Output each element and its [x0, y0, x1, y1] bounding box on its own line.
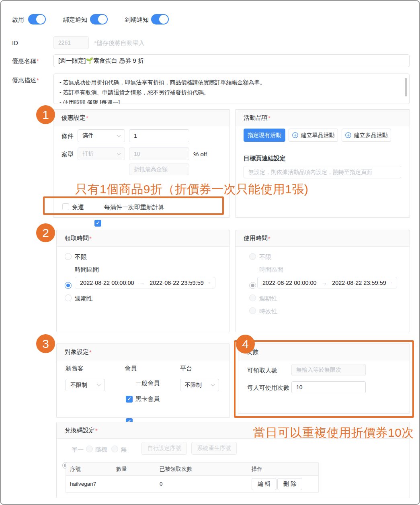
chevron-down-icon [97, 382, 101, 386]
recalc-checkbox[interactable] [94, 220, 101, 227]
table-row: hailvegan7 0 編 輯 刪 除 [66, 476, 318, 492]
newold-customer-select[interactable]: 不限制 [66, 379, 105, 391]
use-range-label: 時間區間 [259, 266, 283, 273]
condition-select-value: 滿件 [82, 132, 94, 139]
desc-line: - 使用時間 僅限 [每週一] [59, 98, 404, 104]
code-random-radio [86, 446, 93, 452]
claim-unlimited-label: 不限 [75, 254, 87, 261]
enable-label: 啟用 [12, 16, 24, 23]
create-multi-label: 建立多品活動 [354, 132, 388, 139]
bind-notify-toggle[interactable] [90, 14, 108, 25]
annotation-reuse-limit: 當日可以重複使用折價券10次 [222, 425, 414, 441]
arrow-right-icon: → [322, 280, 328, 286]
create-single-activity-button[interactable]: 建立單品活動 [289, 129, 338, 142]
arrow-right-icon: → [139, 280, 145, 286]
edit-label: 編 輯 [258, 480, 270, 488]
calendar-icon [391, 280, 392, 286]
use-unlimited-radio [249, 253, 256, 260]
tab-existing-label: 指定現有活動 [248, 132, 281, 139]
discount-settings-title: 優惠設定* [53, 110, 229, 126]
code-single-label: 單一 [72, 446, 84, 453]
required-mark: * [268, 235, 270, 242]
create-multi-activity-button[interactable]: 建立多品活動 [342, 129, 391, 142]
activity-items-panel: 活動品項* 指定現有活動 建立單品活動 建立多品活動 目標頁連結設定 無設定，則… [235, 109, 410, 218]
id-autofill-note: *儲存後將自動帶入 [94, 39, 145, 47]
expiry-notify-toggle[interactable] [151, 14, 169, 25]
coupon-desc-textarea[interactable]: - 若無成功使用折扣代碼，即無法享有折扣，商品價格請依實際訂單結帳金額為準。 -… [53, 74, 410, 104]
max-discount-input: 折抵最高金額 [129, 164, 189, 175]
claim-start-date: 2022-08-22 00:00:00 [80, 280, 134, 286]
enable-toggle[interactable] [28, 14, 46, 25]
claim-unlimited-radio[interactable] [65, 253, 72, 260]
tab-existing-activity[interactable]: 指定現有活動 [244, 129, 285, 142]
activity-items-title: 活動品項* [236, 110, 410, 126]
system-code-label: 系統產生序號 [197, 445, 231, 452]
use-time-panel: 使用時間* 不限 時間區間 2022-08-22 00:00:00 → 2022… [235, 230, 410, 332]
highlight-box-counts [234, 340, 414, 418]
bind-notify-label: 綁定通知 [63, 16, 87, 23]
newold-customer-label: 新舊客 [66, 365, 84, 372]
custom-code-label: 自行設定序號 [148, 445, 181, 452]
required-mark: * [95, 427, 98, 434]
general-member-checkbox[interactable] [126, 396, 133, 403]
col-header-qty: 數量 [112, 466, 156, 473]
type-amount-input: 10 [129, 147, 189, 160]
use-unlimited-label: 不限 [259, 254, 271, 261]
black-card-member-label: 黑卡會員 [135, 395, 160, 403]
id-input: 2261 [53, 36, 89, 49]
platform-select[interactable]: 不限制 [180, 379, 219, 391]
condition-amount-value: 1 [134, 133, 137, 139]
col-header-code: 序號 [66, 466, 112, 473]
coupon-desc-label: 優惠描述* [12, 77, 39, 84]
create-single-label: 建立單品活動 [301, 132, 335, 139]
cell-claimed: 0 [156, 481, 248, 487]
desc-scrollbar-thumb[interactable] [405, 78, 407, 96]
use-timely-radio [249, 307, 256, 314]
custom-code-button: 自行設定序號 [141, 442, 187, 455]
target-link-label: 目標頁連結設定 [244, 155, 286, 162]
coupon-edit-form: 啟用 綁定通知 到期通知 ID 2261 *儲存後將自動帶入 優惠名稱* [週一… [0, 0, 420, 505]
codes-table-header: 序號 數量 已被領取次數 操作 [66, 463, 318, 476]
claim-date-range-picker[interactable]: 2022-08-22 00:00:00 → 2022-08-22 23:59:5… [75, 277, 215, 288]
edit-button[interactable]: 編 輯 [252, 478, 277, 490]
step-badge-4: 4 [236, 335, 255, 354]
highlight-box-checkboxes [43, 196, 224, 215]
condition-select[interactable]: 滿件 [78, 129, 125, 142]
step-badge-3: 3 [36, 334, 55, 353]
coupon-name-input[interactable]: [週一限定]🌱素食蛋白 憑券 9 折 [53, 54, 410, 67]
claim-time-panel: 領取時間* 不限 時間區間 2022-08-22 00:00:00 → 2022… [56, 230, 230, 332]
code-none-radio [111, 446, 118, 452]
condition-amount-input[interactable]: 1 [129, 129, 189, 142]
target-link-input[interactable]: 無設定，則依據活動品項內設定，跳轉至指定頁面 [244, 166, 401, 178]
toggle-knob [159, 15, 168, 24]
use-end-date: 2022-08-22 23:59:59 [332, 280, 386, 286]
toggle-knob [98, 15, 107, 24]
claim-periodic-radio[interactable] [65, 294, 72, 301]
type-select: 打折 [78, 147, 125, 160]
code-none-label: 無 [121, 446, 127, 453]
required-mark: * [86, 114, 88, 121]
required-mark: * [268, 114, 270, 121]
max-discount-placeholder: 折抵最高金額 [134, 166, 168, 173]
newold-select-value: 不限制 [70, 382, 87, 389]
claim-range-radio[interactable] [65, 282, 72, 289]
expiry-notify-label: 到期通知 [125, 16, 149, 23]
percent-off-unit: % off [193, 151, 207, 157]
platform-label: 平台 [180, 365, 192, 372]
system-code-button: 系統產生序號 [191, 442, 237, 455]
claim-end-date: 2022-08-22 23:59:59 [150, 280, 204, 286]
desc-line: - 若訂單有取消、申請退貨之情形，恕不另行補發折扣代碼。 [59, 88, 404, 98]
coupon-name-value: [週一限定]🌱素食蛋白 憑券 9 折 [58, 57, 144, 65]
step-badge-1: 1 [36, 105, 55, 124]
use-periodic-label: 週期性 [259, 295, 277, 302]
type-label: 案型 [61, 151, 74, 158]
cell-code: hailvegan7 [66, 481, 112, 487]
platform-select-value: 不限制 [185, 382, 202, 389]
type-amount-value: 10 [134, 151, 140, 157]
use-timely-label: 時效性 [259, 308, 277, 315]
chevron-down-icon [117, 151, 121, 155]
chevron-down-icon [211, 382, 215, 386]
required-mark: * [89, 349, 92, 356]
delete-button[interactable]: 刪 除 [277, 478, 302, 490]
member-label: 會員 [125, 365, 137, 372]
